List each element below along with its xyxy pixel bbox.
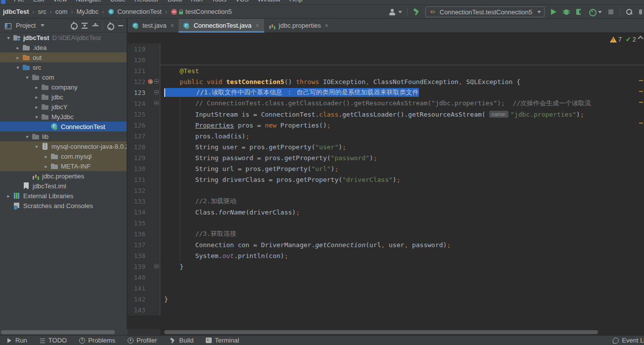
inspections-widget[interactable]: 7 ✓ 2 — [610, 36, 636, 43]
code-line[interactable]: 122 public void testConnection5() throws… — [128, 76, 644, 87]
chevron-collapsed-icon[interactable]: ▸ — [42, 154, 50, 159]
event-log-button[interactable]: Event Log — [612, 337, 644, 344]
statusbar-item-problems[interactable]: Problems — [79, 337, 115, 344]
menu-item-code[interactable]: Code — [110, 0, 126, 4]
statusbar-item-run[interactable]: Run — [6, 337, 27, 344]
warning-stripe-mark[interactable] — [639, 80, 643, 81]
gutter-icon-slot[interactable] — [147, 76, 154, 87]
code-viewport[interactable]: 119120121 @Test122 public void testConne… — [128, 33, 644, 329]
fold-marker-icon[interactable] — [154, 264, 159, 268]
tree-item-external-libraries[interactable]: ▸External Libraries — [0, 191, 127, 201]
editor-hscroll-thumb[interactable] — [164, 330, 598, 334]
select-opened-file-button[interactable] — [70, 22, 78, 30]
code-line[interactable]: 141 — [128, 283, 644, 294]
build-project-button[interactable] — [413, 8, 420, 16]
hide-panel-button[interactable] — [117, 22, 125, 30]
fold-slot[interactable] — [154, 76, 160, 87]
panel-settings-button[interactable] — [106, 22, 114, 30]
chevron-expanded-icon[interactable]: ▾ — [32, 114, 41, 120]
tab-test-java[interactable]: test.java× — [128, 19, 179, 32]
breadcrumb-item-connectiontest[interactable]: ConnectionTest — [107, 8, 162, 16]
tree-item-lib[interactable]: ▾lib — [0, 131, 127, 141]
tree-item-mysql-connector-java-8-0-2[interactable]: ▾mysql-connector-java-8.0.2 — [0, 141, 127, 151]
code-line[interactable]: 134 Class.forName(driverClass); — [128, 207, 644, 217]
debug-button[interactable] — [562, 8, 570, 16]
fold-slot[interactable] — [154, 261, 160, 272]
breadcrumb-item-jdbctest[interactable]: jdbcTest — [3, 8, 29, 15]
tree-item-scratches-and-consoles[interactable]: Scratches and Consoles — [0, 201, 127, 211]
code-line[interactable]: 130 String url = pros.getProperty("url")… — [128, 163, 644, 174]
tree-item--idea[interactable]: ▸.idea — [0, 43, 127, 52]
menu-item-refactor[interactable]: Refactor — [135, 0, 159, 4]
chevron-collapsed-icon[interactable]: ▸ — [32, 104, 41, 110]
chevron-down-icon[interactable] — [41, 24, 45, 27]
code-line[interactable]: 121 @Test — [128, 65, 644, 76]
code-line[interactable]: 119 — [128, 43, 644, 54]
tree-item-jdbc[interactable]: ▸jdbc — [0, 92, 127, 102]
chevron-collapsed-icon[interactable]: ▸ — [4, 193, 13, 199]
code-line[interactable]: 138 System.out.println(con); — [128, 250, 644, 261]
tab-connectiontest-java[interactable]: ConnectionTest.java× — [179, 19, 264, 32]
chevron-collapsed-icon[interactable]: ▸ — [13, 45, 22, 50]
code-line[interactable]: 140 — [128, 272, 644, 283]
tree-item-com-mysql[interactable]: ▸com.mysql — [0, 151, 127, 161]
code-line[interactable]: 125 InputStream is = ConnectionTest.clas… — [128, 109, 644, 120]
project-panel-title[interactable]: Project — [16, 22, 36, 29]
fold-marker-icon[interactable] — [154, 101, 159, 105]
project-hscroll-thumb[interactable] — [1, 330, 115, 334]
stop-button[interactable] — [607, 8, 615, 16]
scrollbar-top-chevron-icon[interactable] — [638, 36, 643, 41]
code-line[interactable]: 123 //1.读取文件中四个基本信息 ： 自己写的类用的是系统加载器来获取类文… — [128, 87, 644, 98]
code-line[interactable]: 120 — [128, 54, 644, 65]
menu-item-window[interactable]: Window — [258, 0, 280, 4]
warning-stripe-mark[interactable] — [639, 102, 643, 103]
menu-item-edit[interactable]: Edit — [33, 0, 44, 4]
run-test-gutter-icon[interactable] — [148, 79, 153, 84]
breadcrumb-item-myjdbc[interactable]: MyJdbc — [76, 8, 98, 15]
warning-stripe-mark[interactable] — [639, 91, 643, 92]
code-line[interactable]: 126 Properties pros = new Properties(); — [128, 120, 644, 130]
code-line[interactable]: 128 String user = pros.getProperty("user… — [128, 141, 644, 152]
menu-item-run[interactable]: Run — [191, 0, 203, 4]
fold-slot[interactable] — [154, 87, 160, 98]
tree-item-jdbc-properties[interactable]: jdbc.properties — [0, 171, 127, 181]
tab-close-icon[interactable]: × — [256, 22, 259, 29]
tree-item-src[interactable]: ▾src — [0, 62, 127, 72]
profiler-button[interactable] — [588, 8, 602, 16]
statusbar-item-build[interactable]: Build — [169, 337, 193, 345]
tree-item-company[interactable]: ▸company — [0, 82, 127, 92]
tree-item-myjdbc[interactable]: ▾MyJdbc — [0, 112, 127, 122]
code-line[interactable]: 132 — [128, 185, 644, 196]
run-configuration-select[interactable]: ConnectionTest.testConnection5 — [425, 6, 545, 17]
tree-item-jdbctest[interactable]: ▾jdbcTestD:\IDEA\jdbcTest — [0, 33, 127, 43]
statusbar-item-terminal[interactable]: Terminal — [205, 337, 239, 344]
breadcrumb-item-src[interactable]: src — [38, 8, 46, 15]
expand-all-button[interactable] — [81, 22, 89, 30]
tab-jdbc-properties[interactable]: jdbc.properties× — [264, 19, 333, 32]
run-with-coverage-button[interactable] — [575, 8, 583, 16]
menu-item-navigate[interactable]: Navigate — [76, 0, 101, 4]
code-line[interactable]: 127 pros.load(is); — [128, 130, 644, 141]
menu-item-vcs[interactable]: VCS — [235, 0, 249, 4]
tree-item-out[interactable]: ▸out — [0, 52, 127, 62]
fold-slot[interactable] — [154, 98, 160, 109]
tree-item-meta-inf[interactable]: ▸META-INF — [0, 161, 127, 171]
code-line[interactable]: 137 Connection con = DriverManager.getCo… — [128, 239, 644, 250]
fold-marker-icon[interactable] — [154, 79, 159, 84]
chevron-collapsed-icon[interactable]: ▸ — [32, 85, 41, 90]
code-line[interactable]: 129 String password = pros.getProperty("… — [128, 152, 644, 163]
code-line[interactable]: 133 //2.加载驱动 — [128, 196, 644, 207]
menu-item-tools[interactable]: Tools — [212, 0, 227, 4]
breadcrumb-item-testconnection5[interactable]: testConnection5 — [171, 8, 232, 16]
breadcrumb-item-com[interactable]: com — [55, 8, 68, 15]
tree-item-jdbctest-iml[interactable]: jdbcTest.iml — [0, 181, 127, 191]
chevron-expanded-icon[interactable]: ▾ — [32, 144, 41, 149]
tab-close-icon[interactable]: × — [325, 22, 328, 29]
menu-item-view[interactable]: View — [53, 0, 67, 4]
chevron-expanded-icon[interactable]: ▾ — [23, 134, 32, 139]
code-line[interactable]: 136 //3.获取连接 — [128, 228, 644, 239]
code-line[interactable]: 143 — [128, 304, 644, 315]
code-line[interactable]: 139 } — [128, 261, 644, 272]
code-line[interactable]: 131 String driverClass = pros.getPropert… — [128, 174, 644, 185]
menu-item-help[interactable]: Help — [289, 0, 303, 4]
